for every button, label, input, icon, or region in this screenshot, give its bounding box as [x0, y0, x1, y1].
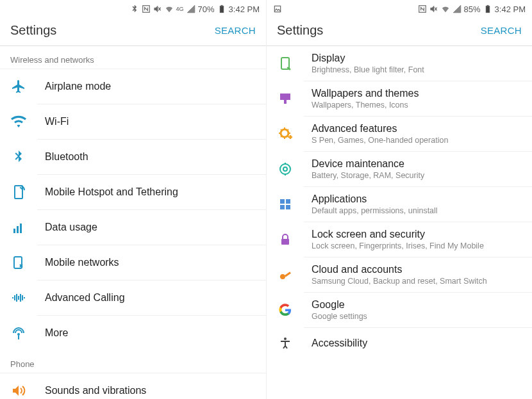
battery-percent: 70% [198, 4, 215, 14]
gear-plus-icon [274, 123, 296, 145]
svg-rect-22 [274, 6, 280, 12]
lock-screen-row[interactable]: Lock screen and securityLock screen, Fin… [304, 222, 532, 257]
signal-icon [187, 4, 195, 13]
row-label: Mobile networks [45, 257, 119, 268]
row-subtitle: Samsung Cloud, Backup and reset, Smart S… [312, 277, 487, 286]
svg-rect-38 [286, 205, 290, 209]
row-label: Lock screen and security [312, 229, 484, 240]
battery-icon [217, 4, 226, 13]
signal-icon [453, 4, 461, 13]
row-label: Accessibility [312, 338, 367, 349]
battery-icon [483, 4, 492, 13]
settings-screen-left: 4G 70% 3:42 PM Settings SEARCH Wireless … [0, 0, 266, 399]
wifi-icon [165, 4, 174, 13]
more-row[interactable]: More [37, 316, 266, 350]
group-wireless: Wireless and networks [0, 46, 266, 69]
nfc-icon [418, 4, 427, 13]
device-maintenance-row[interactable]: Device maintenanceBattery, Storage, RAM,… [304, 152, 532, 187]
row-subtitle: Wallpapers, Themes, Icons [312, 101, 419, 110]
svg-rect-26 [486, 6, 490, 12]
header: Settings SEARCH [267, 17, 532, 46]
apps-icon [274, 193, 296, 215]
mute-icon [153, 4, 162, 13]
advanced-calling-row[interactable]: Advanced Calling [37, 281, 266, 316]
row-label: Bluetooth [45, 151, 88, 163]
mobile-networks-icon [8, 252, 29, 273]
svg-point-29 [289, 69, 291, 70]
row-label: More [45, 327, 68, 339]
row-label: Airplane mode [45, 81, 111, 92]
search-button[interactable]: SEARCH [215, 25, 256, 36]
row-label: Cloud and accounts [312, 264, 487, 275]
svg-rect-37 [280, 205, 285, 209]
svg-point-42 [284, 338, 287, 340]
svg-point-16 [17, 333, 20, 336]
airplane-mode-row[interactable]: Airplane mode [37, 69, 266, 104]
svg-rect-11 [16, 294, 17, 302]
display-row[interactable]: DisplayBrightness, Blue light filter, Fo… [304, 46, 532, 81]
lock-icon [274, 229, 296, 250]
hotspot-icon [8, 181, 29, 203]
status-bar: 4G 70% 3:42 PM [0, 0, 266, 17]
svg-rect-9 [12, 297, 13, 298]
header: Settings SEARCH [0, 17, 266, 46]
cloud-accounts-row[interactable]: Cloud and accountsSamsung Cloud, Backup … [304, 257, 532, 293]
advanced-features-row[interactable]: Advanced featuresS Pen, Games, One-hande… [304, 117, 532, 152]
sounds-row[interactable]: Sounds and vibrations [37, 373, 266, 399]
svg-rect-3 [220, 6, 224, 12]
row-subtitle: Google settings [312, 312, 367, 321]
svg-point-34 [283, 167, 287, 171]
key-icon [274, 264, 296, 286]
row-subtitle: Battery, Storage, RAM, Security [312, 171, 424, 180]
svg-rect-6 [17, 226, 19, 233]
accessibility-icon [274, 332, 296, 354]
clock: 3:42 PM [495, 4, 526, 14]
status-bar: 85% 3:42 PM [267, 0, 532, 17]
screenshot-icon [273, 4, 282, 13]
advanced-calling-icon [8, 287, 29, 309]
bluetooth-icon [8, 146, 29, 168]
svg-rect-13 [20, 294, 21, 302]
row-label: Wi-Fi [45, 116, 69, 127]
row-label: Device maintenance [312, 158, 424, 170]
row-label: Mobile Hotspot and Tethering [45, 186, 178, 198]
settings-list[interactable]: DisplayBrightness, Blue light filter, Fo… [267, 46, 532, 399]
row-label: Advanced features [312, 123, 448, 134]
svg-rect-4 [220, 5, 222, 6]
row-subtitle: S Pen, Games, One-handed operation [312, 136, 448, 145]
google-row[interactable]: GoogleGoogle settings [304, 293, 532, 328]
hotspot-row[interactable]: Mobile Hotspot and Tethering [37, 175, 266, 210]
svg-point-40 [280, 274, 285, 279]
row-subtitle: Default apps, permissions, uninstall [312, 206, 438, 215]
row-label: Data usage [45, 222, 97, 233]
wifi-row[interactable]: Wi-Fi [37, 104, 266, 140]
data-usage-row[interactable]: Data usage [37, 210, 266, 245]
page-title: Settings [10, 23, 56, 38]
wifi-icon [441, 4, 450, 13]
settings-list[interactable]: Wireless and networks Airplane mode Wi-F… [0, 46, 266, 399]
clock: 3:42 PM [229, 4, 260, 14]
battery-percent: 85% [464, 4, 481, 14]
mute-icon [429, 4, 438, 13]
svg-rect-27 [486, 5, 488, 6]
svg-rect-35 [280, 199, 285, 204]
display-icon [274, 53, 296, 74]
mobile-networks-row[interactable]: Mobile networks [37, 245, 266, 281]
bluetooth-row[interactable]: Bluetooth [37, 140, 266, 175]
wallpapers-row[interactable]: Wallpapers and themesWallpapers, Themes,… [304, 81, 532, 117]
accessibility-row[interactable]: Accessibility [304, 328, 532, 359]
nfc-icon [142, 4, 151, 13]
sound-icon [8, 380, 29, 399]
svg-rect-15 [24, 297, 25, 298]
svg-rect-36 [286, 199, 290, 204]
applications-row[interactable]: ApplicationsDefault apps, permissions, u… [304, 187, 532, 222]
svg-rect-30 [280, 94, 290, 100]
wallpaper-icon [274, 88, 296, 110]
svg-rect-7 [20, 224, 22, 233]
bluetooth-icon [130, 4, 139, 13]
row-label: Display [312, 53, 424, 64]
settings-screen-right: 85% 3:42 PM Settings SEARCH DisplayBrigh… [266, 0, 532, 399]
search-button[interactable]: SEARCH [481, 25, 522, 36]
maintenance-icon [274, 158, 296, 180]
svg-rect-41 [285, 272, 291, 277]
